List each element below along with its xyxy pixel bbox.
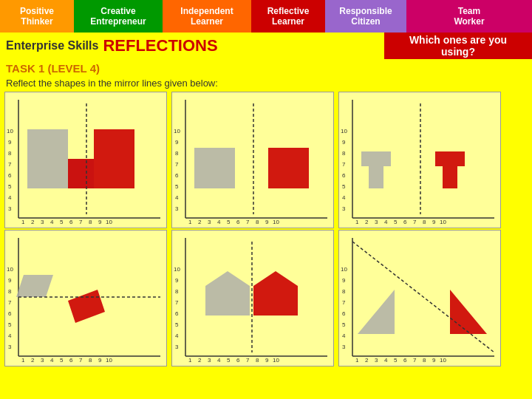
svg-marker-121 bbox=[358, 290, 395, 334]
svg-text:2: 2 bbox=[365, 219, 369, 225]
svg-text:3: 3 bbox=[208, 357, 211, 364]
svg-text:3: 3 bbox=[8, 344, 12, 350]
svg-text:6: 6 bbox=[175, 310, 179, 317]
svg-text:10: 10 bbox=[341, 266, 347, 273]
grid-6: 10 9 8 7 6 5 4 3 1 2 3 4 5 6 7 8 9 10 bbox=[338, 230, 501, 366]
svg-text:7: 7 bbox=[342, 299, 346, 306]
svg-text:6: 6 bbox=[175, 172, 179, 179]
svg-text:2: 2 bbox=[365, 357, 369, 364]
svg-text:9: 9 bbox=[265, 219, 269, 225]
svg-text:5: 5 bbox=[394, 219, 398, 225]
svg-text:10: 10 bbox=[273, 357, 279, 364]
svg-text:9: 9 bbox=[8, 139, 12, 146]
tab-positive-thinker[interactable]: PositiveThinker bbox=[0, 0, 74, 33]
svg-text:9: 9 bbox=[8, 277, 12, 284]
task-label: TASK 1 (LEVEL 4) bbox=[6, 62, 526, 75]
tab-creative-entrepreneur[interactable]: CreativeEntrepreneur bbox=[74, 0, 163, 33]
svg-text:10: 10 bbox=[106, 357, 112, 364]
svg-text:7: 7 bbox=[342, 161, 346, 168]
svg-text:3: 3 bbox=[375, 219, 378, 225]
grid-4: 10 9 8 7 6 5 4 3 1 2 3 4 5 6 7 8 9 10 bbox=[4, 230, 167, 366]
grid-5: 10 9 8 7 6 5 4 3 1 2 3 4 5 6 7 8 9 10 bbox=[171, 230, 334, 366]
svg-text:8: 8 bbox=[342, 150, 346, 157]
svg-text:10: 10 bbox=[7, 128, 13, 134]
svg-text:9: 9 bbox=[175, 139, 179, 146]
svg-rect-27 bbox=[194, 148, 235, 188]
svg-text:8: 8 bbox=[423, 357, 426, 364]
tab-independent-learner[interactable]: IndependentLearner bbox=[163, 0, 251, 33]
svg-text:9: 9 bbox=[432, 219, 436, 225]
svg-text:6: 6 bbox=[69, 357, 73, 364]
svg-text:8: 8 bbox=[175, 288, 179, 295]
svg-text:5: 5 bbox=[342, 321, 346, 328]
enterprise-label: Enterprise Skills bbox=[6, 39, 98, 52]
grids-row-2: 10 9 8 7 6 5 4 3 1 2 3 4 5 6 7 8 9 10 bbox=[4, 230, 528, 366]
svg-marker-76 bbox=[68, 290, 105, 323]
svg-text:7: 7 bbox=[79, 357, 83, 364]
svg-text:6: 6 bbox=[8, 310, 12, 317]
svg-text:4: 4 bbox=[342, 332, 346, 339]
svg-text:8: 8 bbox=[423, 219, 426, 225]
svg-text:6: 6 bbox=[403, 357, 407, 364]
svg-text:5: 5 bbox=[175, 321, 179, 328]
svg-text:9: 9 bbox=[265, 357, 269, 364]
svg-text:9: 9 bbox=[432, 357, 436, 364]
svg-text:4: 4 bbox=[217, 357, 221, 364]
svg-text:6: 6 bbox=[8, 172, 12, 179]
svg-text:4: 4 bbox=[384, 219, 388, 225]
svg-text:8: 8 bbox=[175, 150, 179, 157]
which-ones-box: Which ones are you using? bbox=[384, 33, 532, 59]
title-bar: Enterprise Skills REFLECTIONS Which ones… bbox=[0, 33, 532, 59]
svg-text:5: 5 bbox=[8, 321, 12, 328]
svg-text:3: 3 bbox=[41, 219, 44, 225]
svg-text:10: 10 bbox=[440, 357, 446, 364]
svg-marker-99 bbox=[253, 271, 298, 316]
svg-marker-122 bbox=[450, 290, 487, 334]
svg-text:1: 1 bbox=[355, 357, 359, 364]
svg-text:10: 10 bbox=[341, 128, 347, 134]
grids-row-1: 10 9 8 7 6 5 4 3 1 2 3 4 5 6 7 8 9 bbox=[4, 92, 528, 228]
svg-text:8: 8 bbox=[8, 288, 12, 295]
svg-text:10: 10 bbox=[174, 266, 180, 273]
tab-reflective-learner[interactable]: ReflectiveLearner bbox=[251, 0, 325, 33]
svg-text:5: 5 bbox=[227, 219, 231, 225]
svg-text:3: 3 bbox=[342, 205, 346, 212]
svg-text:2: 2 bbox=[198, 219, 202, 225]
svg-text:8: 8 bbox=[8, 150, 12, 157]
svg-line-123 bbox=[352, 242, 494, 352]
svg-rect-51 bbox=[369, 166, 383, 188]
svg-text:6: 6 bbox=[342, 172, 346, 179]
svg-text:7: 7 bbox=[413, 219, 417, 225]
svg-text:7: 7 bbox=[175, 161, 179, 168]
svg-text:4: 4 bbox=[8, 332, 12, 339]
svg-text:4: 4 bbox=[384, 357, 388, 364]
svg-text:6: 6 bbox=[403, 219, 407, 225]
svg-text:4: 4 bbox=[50, 357, 54, 364]
svg-text:8: 8 bbox=[342, 288, 346, 295]
svg-text:10: 10 bbox=[440, 219, 446, 225]
svg-text:3: 3 bbox=[41, 357, 44, 364]
tab-team-worker[interactable]: TeamWorker bbox=[406, 0, 532, 33]
svg-rect-50 bbox=[361, 151, 391, 166]
svg-text:1: 1 bbox=[188, 219, 192, 225]
svg-rect-2 bbox=[27, 129, 68, 159]
reflections-label: REFLECTIONS bbox=[103, 36, 217, 55]
grid-2: 10 9 8 7 6 5 4 3 1 2 3 4 5 6 7 8 9 10 bbox=[171, 92, 334, 228]
svg-text:9: 9 bbox=[175, 277, 179, 284]
svg-rect-52 bbox=[435, 151, 465, 166]
svg-text:4: 4 bbox=[175, 194, 179, 201]
svg-text:10: 10 bbox=[106, 219, 112, 225]
tab-responsible-citizen[interactable]: ResponsibleCitizen bbox=[325, 0, 406, 33]
svg-marker-75 bbox=[16, 275, 53, 297]
svg-text:3: 3 bbox=[175, 344, 179, 350]
svg-text:6: 6 bbox=[69, 219, 73, 225]
svg-text:7: 7 bbox=[175, 299, 179, 306]
svg-marker-98 bbox=[205, 271, 250, 316]
svg-rect-4 bbox=[94, 129, 134, 159]
svg-text:8: 8 bbox=[89, 357, 92, 364]
svg-text:5: 5 bbox=[60, 357, 64, 364]
svg-text:10: 10 bbox=[7, 266, 13, 273]
svg-text:1: 1 bbox=[355, 219, 359, 225]
svg-text:1: 1 bbox=[21, 219, 25, 225]
header-tabs: PositiveThinker CreativeEntrepreneur Ind… bbox=[0, 0, 532, 33]
